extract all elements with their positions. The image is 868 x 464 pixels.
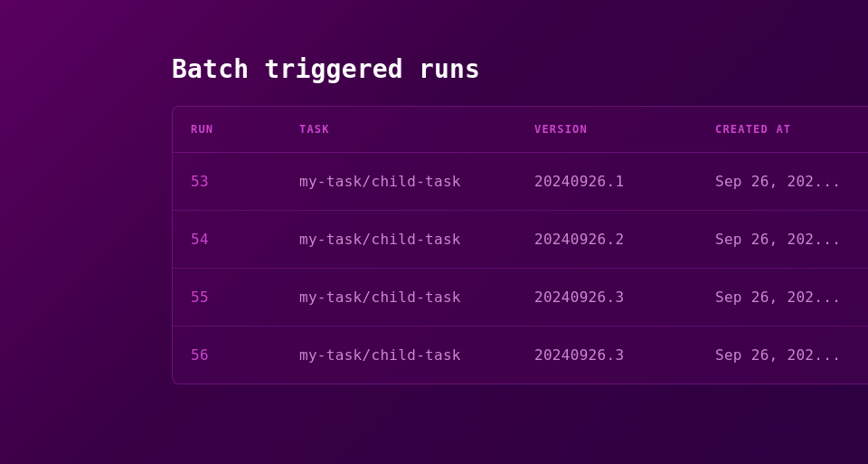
table-row[interactable]: 54my-task/child-task20240926.2Sep 26, 20… [173, 211, 868, 269]
cell-run: 55 [173, 269, 281, 326]
cell-task: my-task/child-task [281, 211, 516, 268]
cell-created: Sep 26, 202... [697, 269, 868, 326]
table-header: RUN TASK VERSION CREATED AT [173, 107, 868, 153]
cell-run: 56 [173, 327, 281, 384]
col-header-run: RUN [173, 107, 281, 152]
cell-run: 53 [173, 153, 281, 210]
cell-task: my-task/child-task [281, 269, 516, 326]
table-row[interactable]: 55my-task/child-task20240926.3Sep 26, 20… [173, 269, 868, 327]
col-header-version: VERSION [516, 107, 697, 152]
cell-task: my-task/child-task [281, 327, 516, 384]
col-header-task: TASK [281, 107, 516, 152]
cell-version: 20240926.2 [516, 211, 697, 268]
cell-created: Sep 26, 202... [697, 211, 868, 268]
cell-created: Sep 26, 202... [697, 327, 868, 384]
table-row[interactable]: 53my-task/child-task20240926.1Sep 26, 20… [173, 153, 868, 211]
cell-created: Sep 26, 202... [697, 153, 868, 210]
runs-table: RUN TASK VERSION CREATED AT 53my-task/ch… [172, 106, 868, 384]
main-content: Batch triggered runs RUN TASK VERSION CR… [172, 54, 868, 384]
col-header-created: CREATED AT [697, 107, 868, 152]
page-title: Batch triggered runs [172, 54, 868, 84]
cell-version: 20240926.3 [516, 327, 697, 384]
cell-version: 20240926.1 [516, 153, 697, 210]
cell-run: 54 [173, 211, 281, 268]
cell-version: 20240926.3 [516, 269, 697, 326]
cell-task: my-task/child-task [281, 153, 516, 210]
table-body: 53my-task/child-task20240926.1Sep 26, 20… [173, 153, 868, 384]
table-row[interactable]: 56my-task/child-task20240926.3Sep 26, 20… [173, 327, 868, 384]
